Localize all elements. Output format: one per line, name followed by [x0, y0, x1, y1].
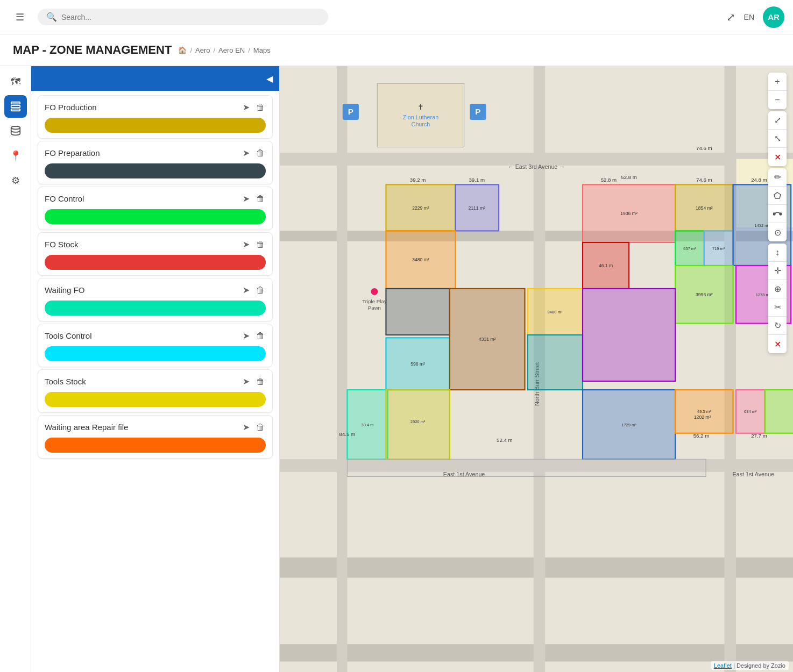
draw-controls: ✏ ⊙: [768, 168, 787, 241]
navigate-fo-production[interactable]: ➤: [242, 101, 251, 113]
svg-text:52.4 m: 52.4 m: [497, 437, 513, 443]
navigate-waiting-repair[interactable]: ➤: [242, 421, 251, 433]
svg-text:39.2 m: 39.2 m: [410, 177, 426, 183]
svg-rect-1: [11, 105, 20, 108]
svg-text:East 1st Avenue: East 1st Avenue: [443, 471, 485, 477]
zone-name-tools-stock: Tools Stock: [45, 377, 86, 386]
color-bar-tools-stock: [45, 392, 266, 407]
svg-point-88: [780, 213, 782, 215]
breadcrumb-aero[interactable]: Aero: [195, 46, 210, 54]
fullscreen-button[interactable]: ⤢: [726, 11, 735, 24]
svg-text:Pawn: Pawn: [368, 305, 381, 311]
color-bar-waiting-repair: [45, 438, 266, 453]
refresh-button[interactable]: ↻: [768, 317, 787, 335]
transform-controls: ↕ ✛ ⊕ ✂ ↻ ✕: [768, 244, 787, 353]
delete-tools-stock[interactable]: 🗑: [255, 375, 266, 388]
zone-item-tools-stock: Tools Stock ➤ 🗑: [38, 369, 273, 413]
history-button[interactable]: ⊙: [768, 223, 787, 241]
sidebar-icon-pin[interactable]: 📍: [4, 145, 27, 167]
svg-text:3480 m²: 3480 m²: [548, 310, 563, 314]
leaflet-link[interactable]: Leaflet: [714, 662, 732, 669]
top-nav: ☰ 🔍 ⤢ EN AR: [0, 0, 793, 34]
zone-item-waiting-repair: Waiting area Repair file ➤ 🗑: [38, 415, 273, 459]
delete-waiting-fo[interactable]: 🗑: [255, 284, 266, 296]
fullscreen-map-button[interactable]: ⤢: [768, 111, 787, 130]
draw-pencil-button[interactable]: ✏: [768, 168, 787, 187]
sidebar-icon-layers[interactable]: [4, 95, 27, 118]
map-attribution: Leaflet | Designed by Zozio: [711, 661, 789, 670]
zoom-in-button[interactable]: +: [768, 73, 787, 91]
zone-name-waiting-fo: Waiting FO: [45, 285, 84, 295]
map-controls-right: + − ⤢ ⤡ ✕ ✏ ⊙ ↕ ✛ ⊕: [768, 73, 787, 353]
svg-text:1729 m²: 1729 m²: [621, 423, 636, 427]
zone-item-fo-preparation: FO Preparation ➤ 🗑: [38, 141, 273, 184]
panel-collapse-button[interactable]: ◀: [266, 74, 273, 84]
delete-fo-control[interactable]: 🗑: [255, 192, 266, 205]
zone-name-fo-control: FO Control: [45, 194, 84, 203]
breadcrumb-maps: Maps: [253, 46, 271, 54]
menu-button[interactable]: ☰: [9, 6, 31, 28]
cut-button[interactable]: ✂: [768, 298, 787, 317]
delete-tools-control[interactable]: 🗑: [255, 330, 266, 342]
delete-waiting-repair[interactable]: 🗑: [255, 421, 266, 433]
svg-point-3: [11, 126, 20, 130]
page-title: MAP - ZONE MANAGEMENT: [13, 43, 172, 57]
zone-name-fo-preparation: FO Preparation: [45, 148, 100, 158]
svg-text:2111 m²: 2111 m²: [468, 205, 485, 211]
zone-item-fo-stock: FO Stock ➤ 🗑: [38, 232, 273, 276]
sidebar-icons: 🗺 📍 ⚙: [0, 66, 31, 672]
delete-fo-production[interactable]: 🗑: [255, 101, 266, 113]
search-input[interactable]: [61, 13, 320, 22]
color-bar-fo-preparation: [45, 163, 266, 178]
svg-rect-70: [765, 390, 793, 433]
sidebar-icon-storage[interactable]: [4, 120, 27, 142]
move-all-button[interactable]: ⊕: [768, 280, 787, 298]
navigate-tools-control[interactable]: ➤: [242, 330, 251, 342]
svg-rect-45: [386, 289, 449, 335]
svg-text:634 m²: 634 m²: [744, 409, 757, 414]
svg-text:Triple Play: Triple Play: [362, 298, 386, 304]
breadcrumb-aero-en[interactable]: Aero EN: [218, 46, 245, 54]
crosshair-button[interactable]: ✛: [768, 262, 787, 280]
svg-text:596 m²: 596 m²: [410, 361, 425, 367]
navigate-waiting-fo[interactable]: ➤: [242, 284, 251, 296]
svg-text:4331 m²: 4331 m²: [479, 337, 496, 342]
expand-map-button[interactable]: ⤡: [768, 130, 787, 148]
delete-fo-preparation[interactable]: 🗑: [255, 147, 266, 159]
svg-rect-2: [11, 109, 20, 111]
map-area[interactable]: ✝ Zion Lutheran Church P P ← East 3rd Av…: [280, 66, 793, 672]
navigate-fo-control[interactable]: ➤: [242, 192, 251, 205]
svg-text:1854 m²: 1854 m²: [696, 205, 713, 211]
delete-fo-stock[interactable]: 🗑: [255, 238, 266, 251]
svg-text:33.4 m: 33.4 m: [362, 423, 374, 427]
nav-right: ⤢ EN AR: [726, 6, 784, 28]
zoom-out-button[interactable]: −: [768, 91, 787, 109]
zoom-controls: + −: [768, 73, 787, 109]
language-selector[interactable]: EN: [744, 13, 754, 22]
close-map-button[interactable]: ✕: [768, 148, 787, 166]
move-vertical-button[interactable]: ↕: [768, 244, 787, 262]
draw-polygon-button[interactable]: [768, 187, 787, 205]
sidebar-icon-settings[interactable]: ⚙: [4, 169, 27, 192]
svg-text:1202 m²: 1202 m²: [694, 414, 711, 420]
svg-rect-59: [583, 289, 675, 381]
close-draw-button[interactable]: ✕: [768, 335, 787, 353]
svg-text:1432 m²: 1432 m²: [755, 223, 770, 228]
svg-rect-62: [386, 390, 449, 459]
color-bar-fo-control: [45, 209, 266, 224]
breadcrumb: 🏠 / Aero / Aero EN / Maps: [178, 46, 270, 54]
navigate-fo-preparation[interactable]: ➤: [242, 147, 251, 159]
zone-name-fo-stock: FO Stock: [45, 240, 79, 249]
svg-rect-71: [347, 459, 706, 476]
user-avatar[interactable]: AR: [763, 6, 784, 28]
navigate-tools-stock[interactable]: ➤: [242, 375, 251, 388]
navigate-fo-stock[interactable]: ➤: [242, 238, 251, 251]
svg-point-25: [371, 288, 378, 295]
color-bar-fo-stock: [45, 255, 266, 270]
svg-text:27.7 m: 27.7 m: [751, 433, 767, 439]
sidebar-icon-map[interactable]: 🗺: [4, 70, 27, 93]
home-icon[interactable]: 🏠: [178, 46, 187, 54]
color-bar-fo-production: [45, 118, 266, 133]
draw-route-button[interactable]: [768, 205, 787, 223]
svg-text:39.1 m: 39.1 m: [469, 177, 485, 183]
